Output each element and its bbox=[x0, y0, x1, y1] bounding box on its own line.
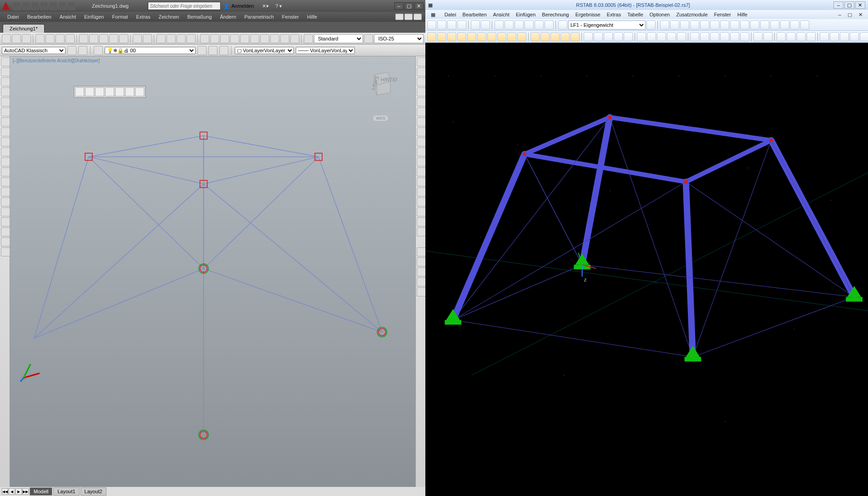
fillet-icon[interactable] bbox=[417, 207, 426, 216]
rs-menu-extras[interactable]: Extras bbox=[604, 11, 624, 18]
offset-icon[interactable] bbox=[417, 87, 426, 96]
drawing-canvas[interactable]: [–][Benutzerdefinierte Ansicht][Drahtkör… bbox=[10, 56, 415, 487]
arc-icon[interactable] bbox=[1, 107, 10, 116]
rs-v10-icon[interactable] bbox=[750, 20, 759, 30]
rs-panel-icon[interactable] bbox=[535, 20, 544, 30]
menu-format[interactable]: Format bbox=[108, 13, 131, 20]
point-icon[interactable] bbox=[1, 187, 10, 196]
layer-properties-icon[interactable] bbox=[94, 46, 103, 55]
rs-r2-icon[interactable] bbox=[830, 32, 839, 41]
rs-grid-icon[interactable] bbox=[797, 32, 806, 41]
rs-menu-berechnung[interactable]: Berechnung bbox=[539, 11, 571, 18]
make-block-icon[interactable] bbox=[1, 177, 10, 186]
ucs-icon[interactable] bbox=[19, 360, 42, 382]
sheet-set-icon[interactable] bbox=[230, 34, 239, 43]
rs-new-icon[interactable] bbox=[427, 20, 436, 30]
table-icon[interactable] bbox=[1, 227, 10, 236]
join-icon[interactable] bbox=[417, 187, 426, 196]
rs-save-icon[interactable] bbox=[447, 20, 456, 30]
rs-calc-icon[interactable] bbox=[495, 20, 504, 30]
rs-sysmenu-icon[interactable]: ▦ bbox=[428, 11, 438, 19]
rs-v11-icon[interactable] bbox=[760, 20, 769, 30]
rs-r3-icon[interactable] bbox=[840, 32, 849, 41]
dim-style-select[interactable]: ISO-25 bbox=[374, 34, 424, 43]
spline-icon[interactable] bbox=[1, 137, 10, 146]
tb-misc4-icon[interactable] bbox=[290, 34, 299, 43]
rs-local-icon[interactable] bbox=[740, 32, 749, 41]
rstab-canvas[interactable]: z bbox=[425, 43, 868, 496]
zoom-window-icon[interactable] bbox=[177, 34, 186, 43]
prev-layout-icon[interactable]: ◀ bbox=[9, 488, 15, 495]
rs-snap-icon[interactable] bbox=[807, 32, 816, 41]
tool-palette-icon[interactable] bbox=[220, 34, 229, 43]
layer-state-icon[interactable] bbox=[208, 46, 217, 55]
line-icon[interactable] bbox=[1, 57, 10, 66]
last-layout-icon[interactable]: ▶▶ bbox=[22, 488, 29, 495]
rs-open-icon[interactable] bbox=[437, 20, 446, 30]
tb-misc3-icon[interactable] bbox=[280, 34, 289, 43]
rs-material-icon[interactable] bbox=[487, 32, 496, 41]
rs-hinge-icon[interactable] bbox=[457, 32, 466, 41]
menu-zeichnen[interactable]: Zeichnen bbox=[155, 13, 182, 20]
rs-v14-icon[interactable] bbox=[790, 20, 799, 30]
break-point-icon[interactable] bbox=[417, 167, 426, 176]
rs-zoom-win-icon[interactable] bbox=[647, 32, 656, 41]
region-icon[interactable] bbox=[1, 217, 10, 226]
rs-minimize-button[interactable]: – bbox=[833, 1, 843, 9]
qat-redo-icon[interactable] bbox=[67, 2, 76, 10]
block-icon[interactable] bbox=[119, 34, 128, 43]
rs-v8-icon[interactable] bbox=[730, 20, 739, 30]
gradient-icon[interactable] bbox=[1, 207, 10, 216]
rs-member-icon[interactable] bbox=[437, 32, 446, 41]
menu-extras[interactable]: Extras bbox=[132, 13, 154, 20]
scale-icon[interactable] bbox=[417, 127, 426, 136]
undo-icon[interactable] bbox=[133, 34, 142, 43]
save-icon[interactable] bbox=[22, 34, 31, 43]
rs-doc-close-button[interactable]: ✕ bbox=[856, 11, 865, 19]
help-search-input[interactable] bbox=[148, 2, 221, 10]
first-layout-icon[interactable]: ◀◀ bbox=[2, 488, 8, 495]
doc-restore-button[interactable] bbox=[404, 14, 413, 20]
minimize-button[interactable]: – bbox=[394, 2, 404, 10]
rs-v13-icon[interactable] bbox=[780, 20, 789, 30]
workspace-gear-icon[interactable] bbox=[78, 46, 87, 55]
rs-t5-icon[interactable] bbox=[570, 32, 580, 41]
rs-t2-icon[interactable] bbox=[540, 32, 550, 41]
layer-iso-icon[interactable] bbox=[219, 46, 228, 55]
rs-doc-min-button[interactable]: – bbox=[836, 11, 844, 19]
rs-results-icon[interactable] bbox=[505, 20, 514, 30]
qat-save-icon[interactable] bbox=[31, 2, 39, 10]
plot-icon[interactable] bbox=[35, 34, 45, 43]
rs-v12-icon[interactable] bbox=[770, 20, 779, 30]
rs-y-icon[interactable] bbox=[700, 32, 709, 41]
paste-icon[interactable] bbox=[99, 34, 108, 43]
menu-bearbeiten[interactable]: Bearbeiten bbox=[24, 13, 55, 20]
rs-v4-icon[interactable] bbox=[690, 20, 699, 30]
rs-persp-icon[interactable] bbox=[677, 32, 686, 41]
rs-xy-icon[interactable] bbox=[720, 32, 729, 41]
rs-mirror-icon[interactable] bbox=[614, 32, 623, 41]
erase-icon[interactable] bbox=[417, 57, 426, 66]
rs-load-icon[interactable] bbox=[517, 32, 526, 41]
break-icon[interactable] bbox=[417, 177, 426, 186]
qat-plot-icon[interactable] bbox=[49, 2, 57, 10]
zoom-previous-icon[interactable] bbox=[187, 34, 196, 43]
rs-r1-icon[interactable] bbox=[820, 32, 829, 41]
menu-aendern[interactable]: Ändern bbox=[217, 13, 240, 20]
plot-preview-icon[interactable] bbox=[45, 34, 55, 43]
rs-v3-icon[interactable] bbox=[680, 20, 689, 30]
tab-layout1[interactable]: Layout1 bbox=[53, 487, 79, 496]
rs-v7-icon[interactable] bbox=[720, 20, 729, 30]
ellipse-arc-icon[interactable] bbox=[1, 157, 10, 166]
next-layout-icon[interactable]: ▶ bbox=[15, 488, 22, 495]
3dprint-icon[interactable] bbox=[66, 34, 75, 43]
rs-node-icon[interactable] bbox=[427, 32, 436, 41]
help-icon[interactable]: ? ▾ bbox=[275, 3, 282, 9]
rs-v5-icon[interactable] bbox=[700, 20, 709, 30]
ellipse-icon[interactable] bbox=[1, 147, 10, 156]
extend-icon[interactable] bbox=[417, 157, 426, 166]
rs-menu-einfuegen[interactable]: Einfügen bbox=[513, 11, 538, 18]
rs-menu-optionen[interactable]: Optionen bbox=[647, 11, 673, 18]
layer-prev-icon[interactable] bbox=[197, 46, 207, 55]
maximize-button[interactable]: ▢ bbox=[404, 2, 414, 10]
